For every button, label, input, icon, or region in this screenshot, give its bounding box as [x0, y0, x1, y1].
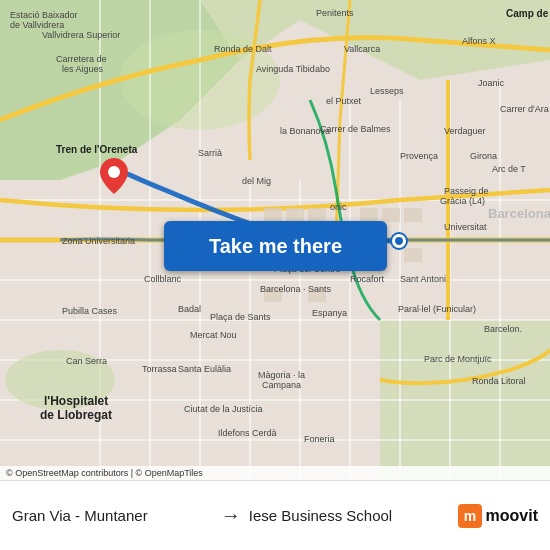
svg-rect-24	[264, 208, 282, 222]
destination-label: Iese Business School	[249, 507, 450, 524]
arrow-icon: →	[221, 504, 241, 527]
svg-rect-29	[264, 288, 282, 302]
svg-point-23	[5, 350, 115, 410]
moovit-text: moovit	[486, 507, 538, 525]
moovit-icon: m	[458, 504, 482, 528]
svg-rect-26	[308, 208, 326, 222]
current-location-dot	[392, 234, 406, 248]
origin-label: Gran Via - Muntaner	[12, 507, 213, 524]
svg-rect-32	[382, 208, 400, 222]
take-me-there-button[interactable]: Take me there	[164, 221, 387, 271]
svg-point-36	[108, 166, 120, 178]
svg-rect-35	[404, 248, 422, 262]
moovit-logo: m moovit	[458, 504, 538, 528]
location-pin	[100, 158, 128, 194]
svg-text:m: m	[463, 508, 475, 524]
svg-rect-31	[360, 208, 378, 222]
svg-rect-25	[286, 208, 304, 222]
map-attribution: © OpenStreetMap contributors | © OpenMap…	[0, 466, 550, 480]
bottom-bar: Gran Via - Muntaner → Iese Business Scho…	[0, 480, 550, 550]
map-container: Penitents Vallcarca Lesseps Alfons X Cam…	[0, 0, 550, 480]
svg-rect-33	[404, 208, 422, 222]
svg-rect-30	[308, 288, 326, 302]
